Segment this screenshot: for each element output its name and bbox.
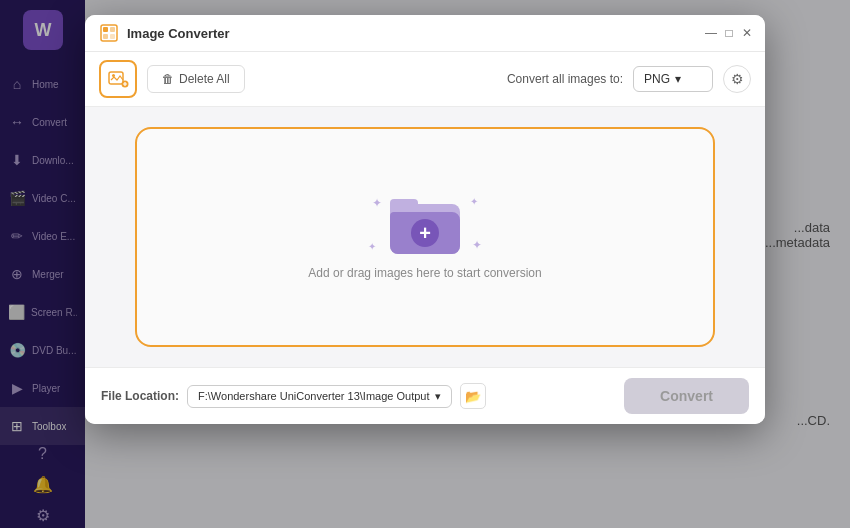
file-path-select[interactable]: F:\Wondershare UniConverter 13\Image Out… — [187, 385, 452, 408]
modal-titlebar: Image Converter — □ ✕ — [85, 15, 765, 52]
trash-icon: 🗑 — [162, 72, 174, 86]
titlebar-left: Image Converter — [99, 23, 230, 43]
app-background: W ⌂ Home ↔ Convert ⬇ Downlo... 🎬 Video C… — [0, 0, 850, 528]
modal-body: + ✦ ✦ ✦ ✦ Add or drag images here to sta… — [85, 107, 765, 367]
svg-rect-4 — [110, 27, 115, 32]
file-location: File Location: F:\Wondershare UniConvert… — [101, 383, 486, 409]
sparkle-left-top: ✦ — [372, 196, 382, 210]
svg-rect-3 — [103, 27, 108, 32]
convert-all-label: Convert all images to: — [507, 72, 623, 86]
window-controls: — □ ✕ — [703, 25, 755, 41]
delete-all-label: Delete All — [179, 72, 230, 86]
close-button[interactable]: ✕ — [739, 25, 755, 41]
convert-button[interactable]: Convert — [624, 378, 749, 414]
toolbar-right: Convert all images to: PNG ▾ ⚙ — [507, 65, 751, 93]
delete-all-button[interactable]: 🗑 Delete All — [147, 65, 245, 93]
image-converter-modal: Image Converter — □ ✕ — [85, 15, 765, 424]
chevron-down-icon-path: ▾ — [435, 390, 441, 403]
folder-open-icon: 📂 — [465, 389, 481, 404]
minimize-button[interactable]: — — [703, 25, 719, 41]
sparkle-right-top: ✦ — [470, 196, 478, 207]
gear-icon: ⚙ — [731, 71, 744, 87]
modal-title-icon — [99, 23, 119, 43]
svg-rect-6 — [110, 34, 115, 39]
format-settings-button[interactable]: ⚙ — [723, 65, 751, 93]
add-image-button[interactable] — [99, 60, 137, 98]
sparkle-left-bottom: ✦ — [368, 241, 376, 252]
svg-rect-5 — [103, 34, 108, 39]
file-location-label: File Location: — [101, 389, 179, 403]
maximize-button[interactable]: □ — [721, 25, 737, 41]
drop-zone[interactable]: + ✦ ✦ ✦ ✦ Add or drag images here to sta… — [135, 127, 715, 347]
svg-point-8 — [112, 74, 115, 77]
toolbar-left: 🗑 Delete All — [99, 60, 245, 98]
folder-icon: + ✦ ✦ ✦ ✦ — [390, 194, 460, 254]
modal-toolbar: 🗑 Delete All Convert all images to: PNG … — [85, 52, 765, 107]
format-value: PNG — [644, 72, 670, 86]
drop-zone-text: Add or drag images here to start convers… — [308, 266, 541, 280]
modal-title: Image Converter — [127, 26, 230, 41]
modal-overlay: Image Converter — □ ✕ — [0, 0, 850, 528]
format-select[interactable]: PNG ▾ — [633, 66, 713, 92]
modal-footer: File Location: F:\Wondershare UniConvert… — [85, 367, 765, 424]
chevron-down-icon: ▾ — [675, 72, 681, 86]
sparkle-right-bottom: ✦ — [472, 238, 482, 252]
open-folder-button[interactable]: 📂 — [460, 383, 486, 409]
file-path-text: F:\Wondershare UniConverter 13\Image Out… — [198, 390, 430, 402]
